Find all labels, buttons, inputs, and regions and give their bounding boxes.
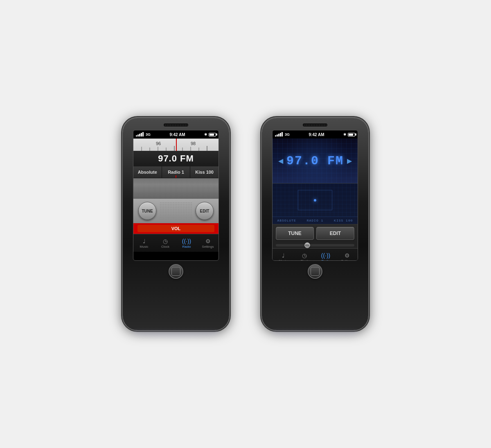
tab-music-light[interactable]: ♩ Music (133, 234, 155, 252)
music-icon: ♩ (143, 238, 146, 244)
top-speaker-grill (164, 123, 188, 127)
preset-labels-dark: ABSOLUTE RADIO 1 KISS 100 (273, 217, 358, 224)
tune-button-light[interactable]: TUNE (138, 202, 156, 220)
screen-bezel-dark: 3G 9:42 AM ✱ ◀ 97.0 FM ▶ (272, 130, 358, 261)
home-button-light[interactable] (169, 264, 183, 279)
home-button-inner-light (171, 267, 180, 276)
presets-area-light: Absolute Radio 1 Kiss 100 (133, 166, 218, 178)
home-button-inner-dark (311, 267, 320, 276)
svg-text:98: 98 (191, 141, 196, 146)
tab-clock-dark[interactable]: ◷ Clock (294, 249, 315, 261)
signal-bar-d1 (275, 135, 276, 137)
speaker-grill-texture (133, 178, 218, 199)
status-time-light: 9:42 AM (170, 132, 185, 137)
status-right-light: ✱ (204, 132, 216, 137)
signal-bar-d5 (282, 132, 283, 137)
battery-icon-dark (348, 133, 355, 137)
battery-icon (209, 133, 216, 137)
network-type-dark: 3G (285, 132, 290, 137)
svg-rect-12 (298, 190, 332, 210)
presets-graph (273, 184, 358, 217)
tab-settings-light[interactable]: ⚙ Settings (197, 234, 218, 252)
edit-button-light[interactable]: EDIT (196, 202, 214, 220)
tab-radio-label-light: Radio (182, 245, 191, 249)
preset-label-radio1[interactable]: RADIO 1 (301, 219, 329, 222)
vol-area-light: VOL (133, 223, 218, 234)
edit-button-dark[interactable]: EDIT (316, 227, 354, 240)
freq-arrow-right[interactable]: ▶ (347, 157, 352, 165)
freq-display-dark: ◀ 97.0 FM ▶ (278, 154, 352, 168)
signal-bar-2 (137, 134, 139, 137)
battery-fill-dark (349, 134, 353, 136)
controls-area-light: TUNE EDIT (133, 199, 218, 223)
clock-icon-dark: ◷ (302, 252, 307, 259)
radio-display-dark: ◀ 97.0 FM ▶ (273, 139, 358, 184)
tab-music-label-light: Music (140, 245, 149, 249)
screen-bezel-light: 3G 9:42 AM ✱ 96 98 (133, 130, 219, 261)
tune-button-dark[interactable]: TUNE (276, 227, 314, 240)
status-right-dark: ✱ (343, 132, 355, 137)
music-icon-dark: ♩ (282, 252, 285, 259)
signal-bar-d2 (277, 134, 278, 137)
presets-display-dark: ABSOLUTE RADIO 1 KISS 100 (273, 184, 358, 224)
vol-label-light[interactable]: VOL (137, 225, 214, 232)
status-left: 3G (136, 132, 151, 137)
tab-radio-label-dark: Radio (322, 259, 330, 261)
settings-icon: ⚙ (205, 238, 211, 244)
radio-icon: ((·)) (182, 238, 191, 244)
svg-text:96: 96 (156, 141, 161, 146)
status-left-dark: 3G (275, 132, 290, 137)
tab-settings-dark[interactable]: ⚙ Settings (336, 249, 358, 261)
tab-settings-label-dark: Settings (341, 259, 353, 261)
vol-thumb-label: VOL (305, 244, 309, 246)
tab-bar-dark: ♩ Music ◷ Clock ((·)) Radio ⚙ Settings (273, 248, 358, 261)
tab-radio-dark[interactable]: ((·)) Radio (315, 249, 336, 261)
signal-bar-4 (141, 133, 142, 137)
signal-bar-d4 (280, 133, 281, 137)
tab-clock-label-dark: Clock (300, 259, 309, 261)
preset-label-absolute[interactable]: ABSOLUTE (273, 219, 301, 222)
tuner-scale: 96 98 (133, 139, 218, 151)
frequency-text-dark: 97.0 FM (286, 154, 344, 168)
network-type: 3G (146, 132, 151, 137)
freq-arrow-left[interactable]: ◀ (278, 157, 283, 165)
status-bar-dark: 3G 9:42 AM ✱ (273, 130, 358, 139)
bluetooth-icon: ✱ (204, 132, 207, 137)
tab-clock-label-light: Clock (161, 245, 169, 249)
home-button-dark[interactable] (308, 264, 322, 279)
phone-dark: 3G 9:42 AM ✱ ◀ 97.0 FM ▶ (262, 118, 368, 330)
signal-bar-1 (136, 135, 137, 137)
preset-button-radio1[interactable]: Radio 1 (162, 166, 191, 178)
signal-bars-icon-dark (275, 132, 283, 137)
tab-radio-light[interactable]: ((·)) Radio (176, 234, 197, 252)
app-content-dark: ◀ 97.0 FM ▶ ABSOLUTE RADIO 1 KISS 100 (273, 139, 358, 261)
speaker-area-light (133, 178, 218, 199)
vol-dark: VOL (273, 242, 358, 248)
app-content-light: 96 98 97.0 FM (133, 139, 218, 252)
tab-music-dark[interactable]: ♩ Music (273, 249, 294, 261)
radio-icon-dark: ((·)) (321, 252, 331, 259)
top-speaker-grill-dark (303, 123, 327, 127)
tab-music-label-dark: Music (279, 259, 288, 261)
battery-fill (209, 134, 214, 136)
signal-bar-5 (142, 132, 144, 137)
tab-clock-light[interactable]: ◷ Clock (155, 234, 176, 252)
tab-settings-label-light: Settings (202, 245, 214, 249)
tab-bar-light: ♩ Music ◷ Clock ((·)) Radio ⚙ Settings (133, 234, 218, 252)
settings-icon-dark: ⚙ (345, 252, 350, 259)
signal-bar-d3 (278, 134, 279, 137)
vol-track-dark[interactable]: VOL (276, 244, 354, 246)
preset-button-kiss100[interactable]: Kiss 100 (190, 166, 218, 178)
signal-bar-3 (139, 134, 140, 137)
bluetooth-icon-dark: ✱ (343, 132, 347, 137)
controls-dark: TUNE EDIT (273, 224, 358, 242)
status-bar-light: 3G 9:42 AM ✱ (133, 130, 218, 139)
status-time-dark: 9:42 AM (309, 132, 324, 137)
phone-light: 3G 9:42 AM ✱ 96 98 (123, 118, 229, 330)
preset-label-kiss100[interactable]: KISS 100 (329, 219, 358, 222)
vol-thumb-dark[interactable]: VOL (304, 242, 310, 248)
frequency-display-light: 97.0 FM (133, 151, 218, 166)
clock-icon: ◷ (163, 238, 168, 244)
dot-pattern (160, 202, 192, 220)
preset-button-absolute[interactable]: Absolute (133, 166, 162, 178)
